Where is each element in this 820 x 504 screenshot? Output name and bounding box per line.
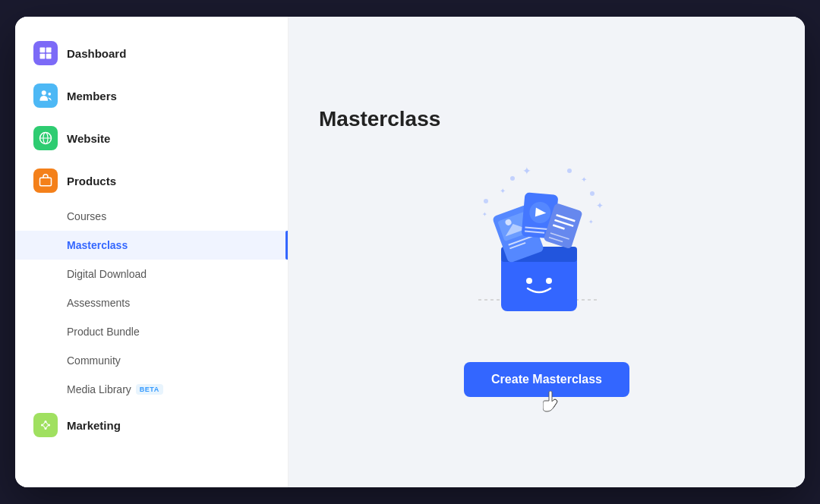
illustration-area: ✦ ✦ ✦ ✦ ✦ ✦ [440, 156, 653, 397]
svg-rect-29 [501, 254, 577, 311]
sidebar-item-marketing[interactable]: Marketing [15, 404, 288, 446]
dashboard-label: Dashboard [67, 47, 126, 60]
cursor-pointer [543, 391, 564, 418]
sidebar-subitem-courses[interactable]: Courses [15, 202, 288, 231]
members-svg [39, 89, 52, 102]
svg-point-21 [484, 199, 488, 203]
svg-point-18 [510, 176, 515, 181]
dashboard-svg [39, 46, 52, 60]
sidebar-item-dashboard[interactable]: Dashboard [15, 32, 288, 74]
sidebar-subitem-media-library[interactable]: Media Library BETA [15, 375, 288, 404]
page-title: Masterclass [319, 107, 440, 131]
svg-line-15 [46, 422, 48, 424]
svg-text:✦: ✦ [522, 165, 531, 177]
sidebar-subitem-community[interactable]: Community [15, 346, 288, 375]
svg-point-19 [567, 169, 572, 173]
products-icon [33, 169, 58, 193]
dashboard-icon [33, 41, 58, 65]
sidebar-item-products[interactable]: Products [15, 159, 288, 202]
members-icon [33, 83, 58, 108]
svg-point-32 [546, 278, 552, 284]
svg-text:✦: ✦ [482, 211, 487, 218]
svg-rect-0 [40, 48, 46, 53]
svg-point-12 [48, 424, 50, 427]
main-content: Masterclass ✦ ✦ ✦ ✦ ✦ ✦ [289, 17, 805, 487]
svg-point-5 [48, 93, 51, 96]
svg-line-16 [46, 426, 48, 428]
sidebar: Dashboard Members [15, 17, 289, 487]
website-svg [39, 131, 52, 145]
products-label: Products [67, 175, 116, 187]
svg-line-14 [43, 422, 45, 424]
svg-rect-9 [40, 178, 52, 186]
svg-text:✦: ✦ [581, 175, 587, 184]
svg-point-10 [41, 424, 43, 427]
svg-point-4 [42, 90, 46, 95]
svg-text:✦: ✦ [596, 200, 604, 211]
svg-point-31 [526, 278, 532, 284]
marketing-label: Marketing [67, 419, 121, 432]
svg-line-17 [43, 426, 45, 428]
svg-rect-3 [46, 54, 52, 59]
sidebar-subitem-assessments[interactable]: Assessments [15, 288, 288, 317]
sidebar-subitem-digital-download[interactable]: Digital Download [15, 260, 288, 288]
beta-badge: BETA [136, 384, 163, 395]
sidebar-item-website[interactable]: Website [15, 117, 288, 159]
box-illustration: ✦ ✦ ✦ ✦ ✦ ✦ [440, 156, 653, 338]
sidebar-item-members[interactable]: Members [15, 74, 288, 117]
svg-point-20 [590, 191, 594, 196]
website-icon [33, 126, 58, 150]
svg-rect-1 [46, 48, 52, 53]
sidebar-subitem-product-bundle[interactable]: Product Bundle [15, 317, 288, 346]
marketing-icon [33, 413, 58, 437]
svg-rect-2 [40, 54, 46, 59]
marketing-svg [39, 418, 52, 432]
sidebar-subitem-masterclass[interactable]: Masterclass [15, 231, 288, 260]
app-container: Dashboard Members [15, 17, 805, 487]
svg-text:✦: ✦ [500, 187, 506, 195]
products-svg [39, 174, 52, 187]
masterclass-illustration-svg: ✦ ✦ ✦ ✦ ✦ ✦ [440, 156, 638, 323]
svg-text:✦: ✦ [588, 219, 594, 225]
members-label: Members [67, 90, 117, 102]
website-label: Website [67, 132, 110, 145]
